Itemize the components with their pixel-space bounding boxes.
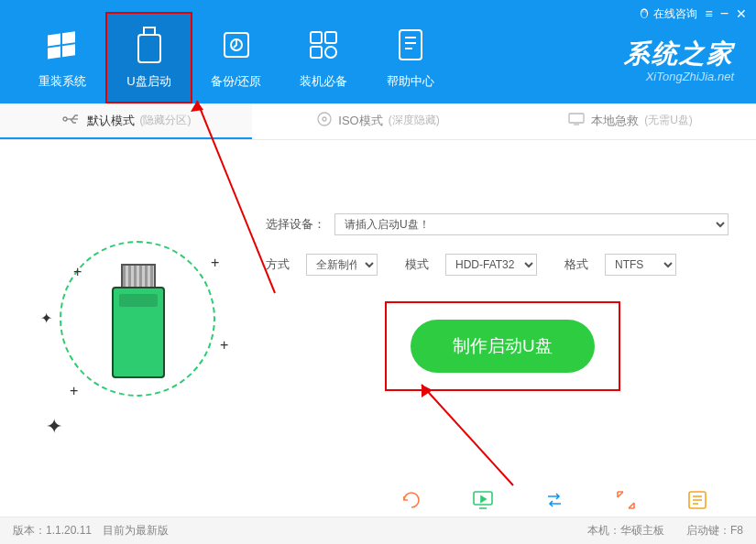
usb-icon [135, 26, 164, 64]
usb-illustration: ✦ + + + + ✦ [9, 168, 266, 470]
penguin-icon [638, 6, 651, 22]
consult-label: 在线咨询 [653, 6, 697, 22]
device-row: 选择设备： 请插入启动U盘！ [266, 213, 729, 235]
nav-label: 装机必备 [300, 73, 347, 90]
close-icon[interactable]: ✕ [736, 6, 747, 21]
backup-icon [219, 26, 254, 64]
tab-local-mode[interactable]: 本地急救 (无需U盘) [504, 103, 756, 139]
format-select[interactable]: NTFS [605, 254, 676, 276]
svg-rect-15 [325, 47, 336, 58]
help-icon [396, 26, 425, 64]
mode-label: 模式 [405, 256, 429, 273]
online-consult[interactable]: 在线咨询 [638, 6, 697, 22]
iso-icon [316, 111, 333, 130]
svg-rect-4 [48, 33, 60, 46]
form-area: 选择设备： 请插入启动U盘！ 方式 全新制作 模式 HDD-FAT32 格式 N… [266, 168, 729, 470]
brand-title: 系统之家 [624, 37, 734, 71]
nav-label: 重装系统 [38, 73, 86, 90]
svg-rect-13 [325, 32, 336, 43]
svg-point-3 [645, 11, 646, 12]
nav-label: 备份/还原 [211, 73, 262, 90]
tab-sublabel: (隐藏分区) [140, 113, 192, 128]
tab-default-mode[interactable]: 默认模式 (隐藏分区) [0, 103, 252, 139]
content: ✦ + + + + ✦ 选择设备： 请插入启动U盘！ 方式 全新制作 模式 HD… [0, 140, 756, 479]
svg-rect-16 [400, 30, 422, 60]
svg-point-1 [642, 10, 648, 17]
svg-point-2 [643, 11, 644, 12]
restore-icon [400, 488, 423, 512]
svg-point-22 [318, 113, 331, 125]
tab-label: 默认模式 [87, 113, 135, 129]
usb-small-icon [61, 112, 82, 129]
nav-usbboot[interactable]: U盘启动 [105, 12, 192, 103]
machine-text: 本机：华硕主板 [587, 523, 664, 539]
space-icon [614, 488, 638, 512]
svg-rect-5 [62, 31, 75, 44]
settings-icon [685, 488, 709, 512]
mode-tabs: 默认模式 (隐藏分区) ISO模式 (深度隐藏) 本地急救 (无需U盘) [0, 103, 756, 140]
footer: 版本：1.1.20.11 目前为最新版 本机：华硕主板 启动键：F8 [0, 517, 756, 544]
svg-rect-24 [569, 114, 584, 123]
brand: 系统之家 XiTongZhiJia.net [624, 37, 734, 83]
tab-label: 本地急救 [591, 113, 639, 129]
nav-label: 帮助中心 [387, 73, 434, 90]
monitor-icon [567, 112, 586, 129]
simulate-icon [471, 488, 495, 512]
tab-sublabel: (无需U盘) [644, 113, 693, 128]
svg-rect-8 [144, 27, 155, 35]
mode-select[interactable]: HDD-FAT32 [445, 254, 537, 276]
svg-rect-9 [138, 35, 160, 62]
bootkey-text: 启动键：F8 [686, 523, 743, 539]
svg-point-23 [323, 117, 326, 121]
nav-backup[interactable]: 备份/还原 [192, 12, 279, 103]
menu-icon[interactable]: ≡ [705, 6, 712, 21]
titlebar: 在线咨询 ≡ − ✕ [638, 5, 747, 22]
svg-rect-7 [62, 44, 75, 57]
version-text: 版本：1.1.20.11 目前为最新版 [13, 523, 169, 539]
tab-sublabel: (深度隐藏) [389, 113, 440, 128]
minimize-icon[interactable]: − [720, 5, 729, 22]
svg-point-20 [63, 117, 67, 121]
device-select[interactable]: 请插入启动U盘！ [334, 213, 729, 235]
svg-rect-12 [311, 32, 322, 43]
create-usb-button[interactable]: 制作启动U盘 [411, 320, 595, 373]
format-label: 格式 [564, 256, 588, 273]
nav-reinstall[interactable]: 重装系统 [18, 12, 105, 103]
tab-iso-mode[interactable]: ISO模式 (深度隐藏) [252, 103, 504, 139]
tab-label: ISO模式 [338, 113, 382, 129]
create-button-highlight: 制作启动U盘 [385, 301, 620, 391]
device-label: 选择设备： [266, 216, 325, 233]
convert-icon [542, 488, 566, 512]
svg-rect-14 [311, 47, 322, 58]
options-row: 方式 全新制作 模式 HDD-FAT32 格式 NTFS [266, 254, 729, 276]
svg-marker-28 [481, 496, 486, 502]
nav-apps[interactable]: 装机必备 [279, 12, 367, 103]
nav-help[interactable]: 帮助中心 [367, 12, 454, 103]
nav-label: U盘启动 [126, 73, 170, 90]
svg-rect-6 [48, 46, 60, 59]
method-select[interactable]: 全新制作 [306, 254, 378, 276]
header: 在线咨询 ≡ − ✕ 重装系统 U盘启动 备份/还原 [0, 0, 756, 103]
windows-icon [44, 26, 81, 64]
apps-icon [307, 26, 340, 64]
brand-url: XiTongZhiJia.net [624, 70, 734, 83]
method-label: 方式 [266, 256, 290, 273]
